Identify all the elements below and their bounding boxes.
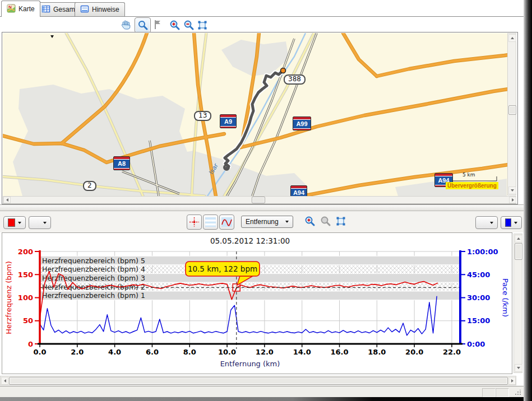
tab-karte[interactable]: N Karte [1,1,40,17]
tab-bar: N Karte Gesamt Hinweise [0,0,524,16]
hr-color-dropdown[interactable] [3,216,26,229]
note-icon [80,4,89,15]
chart-zoom-in-icon[interactable] [304,216,316,227]
empty-swatch [33,218,40,227]
hr-pace-chart[interactable]: Herzfrequenzbereich (bpm) 5Herzfrequenzb… [2,233,512,374]
x-axis-tick-label: 18.0 [368,348,386,356]
toggle-curve-button[interactable] [219,215,234,230]
x-axis-tick-label: 8.0 [183,348,196,356]
left-axis-tick-label: 150 [18,271,33,279]
splitter-handle[interactable] [0,204,524,211]
map-vscrollbar[interactable] [507,33,516,195]
chart-zoom-fit-icon[interactable] [336,216,346,226]
hr-zone-label: Herzfrequenzbereich (bpm) 4 [42,265,145,273]
bottom-hscrollbar[interactable] [0,376,516,385]
shield-a8: A8 [113,156,130,170]
chart-scroll-down[interactable] [515,364,522,372]
chevron-down-icon [490,222,493,224]
window-right-edge [524,0,532,401]
zoom-fit-icon[interactable] [197,20,207,30]
chart-vscrollbar[interactable] [514,234,522,373]
status-cell-1 [482,388,496,397]
right-axis-tick-label: 0:00 [467,340,485,348]
x-axis-tick-label: 0.0 [33,348,46,356]
pace-secondary-dropdown[interactable] [475,216,498,229]
hr-zone-label: Herzfrequenzbereich (bpm) 2 [42,283,145,291]
left-axis-title: Herzfrequenz (bpm) [4,261,13,334]
road-label-2: 2 [83,181,96,191]
x-axis-tick-label: 22.0 [443,348,461,356]
x-axis-tick-label: 14.0 [293,348,311,356]
shield-a99: A99 [293,116,311,130]
map-scroll-up[interactable] [508,34,516,42]
left-axis-tick-label: 0 [28,340,33,348]
chart-zoom-out-icon-disabled [320,216,331,227]
left-axis-tick-label: 200 [18,248,33,256]
map-toolbar [0,17,524,32]
zoom-in-icon[interactable] [169,20,181,31]
flag-marker-icon[interactable] [152,18,163,31]
bottom-scroll-left[interactable] [1,377,8,385]
status-bar [0,386,532,397]
chart-title: 05.05.2012 12:31:00 [210,236,290,245]
zoom-select-button[interactable] [135,17,151,33]
right-axis-title: Pace (/km) [501,278,510,317]
track-end-marker [281,68,286,73]
hr-zone-label: Herzfrequenzbereich (bpm) 5 [42,257,145,265]
right-axis-tick-label: 15:00 [467,316,490,325]
pan-hand-button[interactable] [119,18,133,31]
x-axis-tick-label: 20.0 [405,348,423,356]
pace-color-dropdown[interactable] [501,216,522,229]
x-axis-tick-label: 10.0 [218,348,236,356]
left-axis-tick-label: 50 [23,316,33,325]
road-label-13: 13 [194,111,211,121]
table-icon [41,4,50,15]
left-axis-tick-label: 100 [18,293,33,302]
hr-color-swatch [8,218,15,227]
empty-swatch [480,218,487,227]
road-label-388: 388 [284,74,306,85]
bottom-scroll-right[interactable] [508,377,516,385]
right-axis-tick-label: 1:00:00 [467,248,498,256]
chevron-down-icon [18,222,21,224]
pace-color-swatch [505,218,511,227]
toggle-zones-button[interactable] [203,215,218,230]
right-axis-tick-label: 45:00 [467,271,490,279]
map-scroll-left[interactable] [3,197,11,203]
svg-text:N: N [8,4,12,10]
zoom-out-icon[interactable] [183,20,195,31]
map-hscrollbar[interactable] [3,196,516,204]
cursor-tooltip-text: 10.5 km, 122 bpm [188,264,257,273]
map-scroll-right[interactable] [509,197,516,203]
map-canvas[interactable]: A8 A9 A99 A94 A94 13 2 388 Isar 5 km Übe… [3,33,507,196]
shield-a94-clipped: A94 [290,185,307,196]
toggle-crosshair-button[interactable] [187,215,202,230]
x-axis-combobox-value: Entfernung [246,218,279,226]
map-scroll-down[interactable] [508,186,516,194]
window-bottom-edge [0,397,532,401]
status-cell-2 [496,388,509,397]
bottom-hscroll-thumb[interactable] [9,377,508,385]
map-north-dot [50,35,54,38]
map-icon: N [7,4,16,15]
chart-scroll-up[interactable] [515,235,522,243]
resize-grip[interactable] [515,390,521,395]
hr-zone-label: Herzfrequenzbereich (bpm) 1 [42,291,145,300]
shield-a9: A9 [220,114,237,128]
overzoom-note: Übervergrößerung [446,182,498,189]
map-hscroll-thumb[interactable] [252,197,265,203]
tab-gesamt-label: Gesamt [53,6,77,13]
x-axis-combobox[interactable]: Entfernung [241,216,293,228]
map-panel: A8 A9 A99 A94 A94 13 2 388 Isar 5 km Übe… [2,32,518,204]
chevron-down-icon [514,222,517,224]
tab-karte-label: Karte [18,5,35,13]
pace-series [40,296,437,335]
tab-hinweise[interactable]: Hinweise [75,2,125,16]
scale-label: 5 km [462,172,475,178]
hr-secondary-dropdown[interactable] [29,216,51,229]
chart-vscroll-thumb[interactable] [515,243,522,260]
map-vscroll-thumb[interactable] [508,105,516,115]
x-axis-tick-label: 16.0 [330,348,348,356]
map-drawing [3,33,507,196]
tab-hinweise-label: Hinweise [92,6,119,13]
